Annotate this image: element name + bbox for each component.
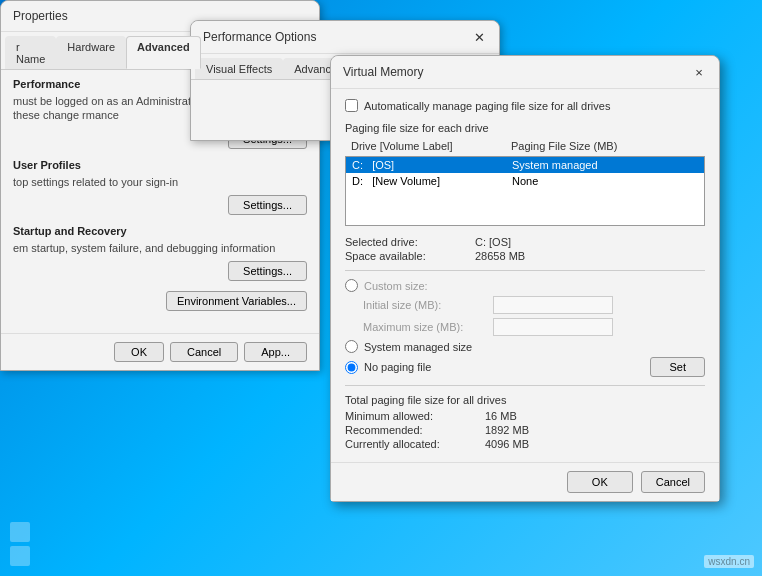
no-paging-label: No paging file xyxy=(364,361,431,373)
space-available-value: 28658 MB xyxy=(475,250,705,262)
watermark: wsxdn.cn xyxy=(704,555,754,568)
drive-table: C: [OS] System managed D: [New Volume] N… xyxy=(345,156,705,226)
selected-drive-label: Selected drive: xyxy=(345,236,475,248)
system-managed-radio[interactable] xyxy=(345,340,358,353)
sys-props-apply-button[interactable]: App... xyxy=(244,342,307,362)
auto-manage-checkbox[interactable] xyxy=(345,99,358,112)
startup-title: Startup and Recovery xyxy=(13,225,307,237)
tab-advanced[interactable]: Advanced xyxy=(126,36,201,69)
tab-hardware[interactable]: Hardware xyxy=(56,36,126,69)
drive-row-c[interactable]: C: [OS] System managed xyxy=(346,157,704,173)
no-paging-radio[interactable] xyxy=(345,361,358,374)
paging-section: Paging file size for each drive Drive [V… xyxy=(345,122,705,226)
desktop: Properties r Name Hardware Advanced Syst… xyxy=(0,0,762,576)
no-paging-row: No paging file xyxy=(345,361,431,374)
initial-size-input[interactable] xyxy=(493,296,613,314)
drive-d-label: D: [New Volume] xyxy=(352,175,512,187)
virt-mem-title: Virtual Memory xyxy=(343,65,423,79)
user-profiles-title: User Profiles xyxy=(13,159,307,171)
virtual-memory-dialog: Virtual Memory × Automatically manage pa… xyxy=(330,55,720,502)
system-managed-row: System managed size xyxy=(345,340,705,353)
selected-drive-info: Selected drive: C: [OS] Space available:… xyxy=(345,236,705,262)
set-button[interactable]: Set xyxy=(650,357,705,377)
total-value-2: 4096 MB xyxy=(485,438,705,450)
total-row-2: Currently allocated: 4096 MB xyxy=(345,438,705,450)
maximum-size-row: Maximum size (MB): xyxy=(345,318,705,336)
col-paging-header: Paging File Size (MB) xyxy=(511,140,699,152)
environment-variables-button[interactable]: Environment Variables... xyxy=(166,291,307,311)
user-profiles-desc: top settings related to your sign-in xyxy=(13,175,307,189)
sys-props-cancel-button[interactable]: Cancel xyxy=(170,342,238,362)
auto-manage-row: Automatically manage paging file size fo… xyxy=(345,99,705,112)
virt-mem-ok-button[interactable]: OK xyxy=(567,471,633,493)
total-label-1: Recommended: xyxy=(345,424,485,436)
col-drive-header: Drive [Volume Label] xyxy=(351,140,511,152)
divider-1 xyxy=(345,270,705,271)
drive-row-d[interactable]: D: [New Volume] None xyxy=(346,173,704,189)
perf-options-titlebar: Performance Options ✕ xyxy=(191,21,499,54)
startup-section: Startup and Recovery em startup, system … xyxy=(13,225,307,281)
initial-size-label: Initial size (MB): xyxy=(363,299,493,311)
startup-desc: em startup, system failure, and debuggin… xyxy=(13,241,307,255)
virt-mem-cancel-button[interactable]: Cancel xyxy=(641,471,705,493)
user-profiles-section: User Profiles top settings related to yo… xyxy=(13,159,307,215)
drive-c-paging: System managed xyxy=(512,159,698,171)
maximum-size-input[interactable] xyxy=(493,318,613,336)
initial-size-row: Initial size (MB): xyxy=(345,296,705,314)
drive-d-paging: None xyxy=(512,175,698,187)
startup-settings-button[interactable]: Settings... xyxy=(228,261,307,281)
total-row-1: Recommended: 1892 MB xyxy=(345,424,705,436)
taskbar-icon-2[interactable] xyxy=(10,546,30,566)
space-available-label: Space available: xyxy=(345,250,475,262)
custom-size-label: Custom size: xyxy=(364,280,428,292)
perf-options-close-button[interactable]: ✕ xyxy=(471,29,487,45)
perf-options-title: Performance Options xyxy=(203,30,316,44)
space-available-row: Space available: 28658 MB xyxy=(345,250,705,262)
maximum-size-label: Maximum size (MB): xyxy=(363,321,493,333)
sys-props-footer: OK Cancel App... xyxy=(1,333,319,370)
auto-manage-label: Automatically manage paging file size fo… xyxy=(364,100,610,112)
tab-r-name[interactable]: r Name xyxy=(5,36,56,69)
virt-mem-close-button[interactable]: × xyxy=(691,64,707,80)
taskbar-icons xyxy=(10,522,30,566)
paging-section-label: Paging file size for each drive xyxy=(345,122,705,134)
sys-props-ok-button[interactable]: OK xyxy=(114,342,164,362)
taskbar-icon-1[interactable] xyxy=(10,522,30,542)
sys-props-title: Properties xyxy=(13,9,68,23)
custom-size-radio[interactable] xyxy=(345,279,358,292)
selected-drive-row: Selected drive: C: [OS] xyxy=(345,236,705,248)
total-title: Total paging file size for all drives xyxy=(345,394,705,406)
virt-mem-titlebar: Virtual Memory × xyxy=(331,56,719,89)
total-value-0: 16 MB xyxy=(485,410,705,422)
total-row-0: Minimum allowed: 16 MB xyxy=(345,410,705,422)
total-label-0: Minimum allowed: xyxy=(345,410,485,422)
custom-size-row: Custom size: xyxy=(345,279,705,292)
no-paging-set-row: No paging file Set xyxy=(345,357,705,377)
selected-drive-value: C: [OS] xyxy=(475,236,705,248)
total-section: Total paging file size for all drives Mi… xyxy=(345,394,705,450)
virt-mem-content: Automatically manage paging file size fo… xyxy=(331,89,719,462)
total-value-1: 1892 MB xyxy=(485,424,705,436)
drive-c-label: C: [OS] xyxy=(352,159,512,171)
user-profiles-settings-button[interactable]: Settings... xyxy=(228,195,307,215)
system-managed-label: System managed size xyxy=(364,341,472,353)
divider-2 xyxy=(345,385,705,386)
tab-visual-effects[interactable]: Visual Effects xyxy=(195,58,283,79)
total-label-2: Currently allocated: xyxy=(345,438,485,450)
table-header-row: Drive [Volume Label] Paging File Size (M… xyxy=(345,138,705,154)
virt-mem-footer: OK Cancel xyxy=(331,462,719,501)
